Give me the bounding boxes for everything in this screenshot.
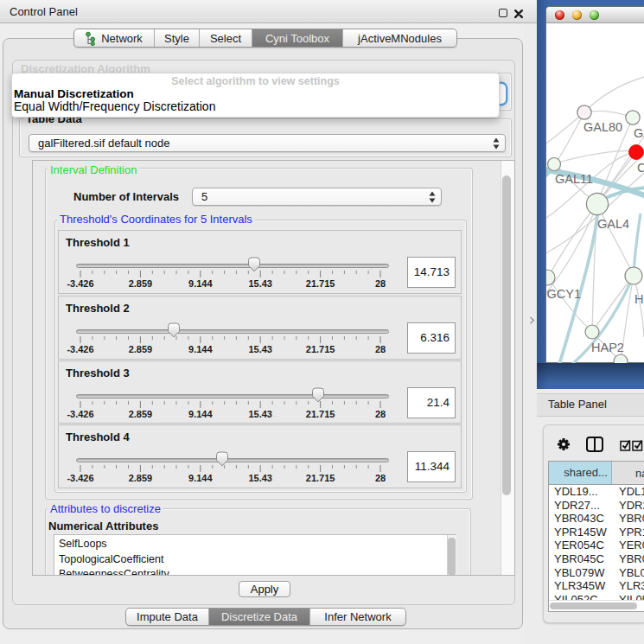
svg-text:GAL11: GAL11 <box>555 172 593 186</box>
svg-text:GA: GA <box>634 126 644 140</box>
svg-text:HAP2: HAP2 <box>591 341 624 354</box>
svg-text:H: H <box>634 292 643 306</box>
svg-text:C: C <box>637 161 644 175</box>
svg-text:GCY1: GCY1 <box>547 287 582 301</box>
svg-text:GAL80: GAL80 <box>583 120 622 134</box>
svg-text:GAL4: GAL4 <box>597 217 629 231</box>
